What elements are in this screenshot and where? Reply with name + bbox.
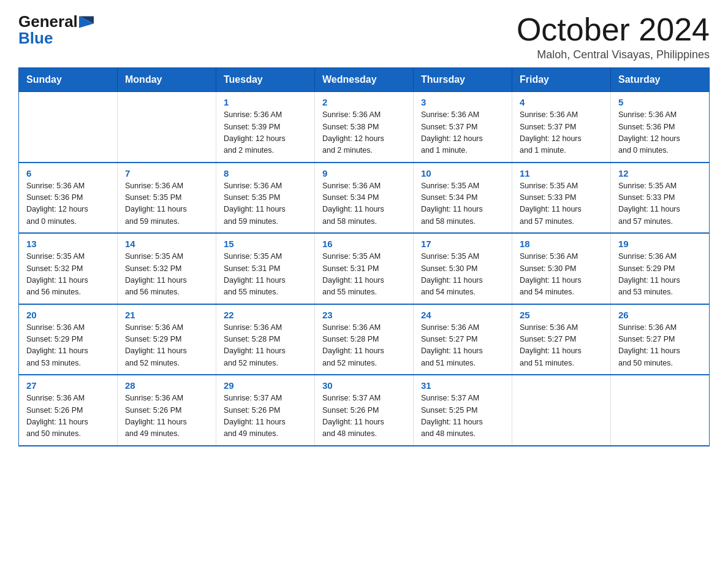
day-number: 20 — [26, 310, 110, 320]
day-number: 26 — [618, 310, 702, 320]
day-info: Sunrise: 5:36 AM Sunset: 5:37 PM Dayligh… — [520, 109, 603, 157]
day-number: 4 — [520, 97, 603, 107]
day-number: 16 — [322, 239, 406, 249]
day-info: Sunrise: 5:36 AM Sunset: 5:28 PM Dayligh… — [322, 322, 406, 370]
calendar-cell — [512, 375, 611, 446]
day-info: Sunrise: 5:36 AM Sunset: 5:28 PM Dayligh… — [224, 322, 307, 370]
calendar-cell: 16Sunrise: 5:35 AM Sunset: 5:31 PM Dayli… — [315, 233, 414, 304]
day-number: 1 — [224, 97, 307, 107]
calendar-cell: 23Sunrise: 5:36 AM Sunset: 5:28 PM Dayli… — [315, 304, 414, 375]
calendar-cell: 13Sunrise: 5:35 AM Sunset: 5:32 PM Dayli… — [19, 233, 118, 304]
calendar-cell: 15Sunrise: 5:35 AM Sunset: 5:31 PM Dayli… — [216, 233, 315, 304]
calendar-cell: 22Sunrise: 5:36 AM Sunset: 5:28 PM Dayli… — [216, 304, 315, 375]
day-info: Sunrise: 5:36 AM Sunset: 5:39 PM Dayligh… — [224, 109, 307, 157]
day-number: 11 — [520, 168, 603, 178]
calendar-cell: 2Sunrise: 5:36 AM Sunset: 5:38 PM Daylig… — [315, 92, 414, 163]
calendar-body: 1Sunrise: 5:36 AM Sunset: 5:39 PM Daylig… — [19, 92, 710, 446]
calendar-cell: 1Sunrise: 5:36 AM Sunset: 5:39 PM Daylig… — [216, 92, 315, 163]
weekday-header-row: SundayMondayTuesdayWednesdayThursdayFrid… — [19, 68, 710, 92]
day-number: 22 — [224, 310, 307, 320]
day-number: 8 — [224, 168, 307, 178]
week-row-1: 1Sunrise: 5:36 AM Sunset: 5:39 PM Daylig… — [19, 92, 710, 163]
calendar-cell: 3Sunrise: 5:36 AM Sunset: 5:37 PM Daylig… — [414, 92, 512, 163]
day-number: 6 — [26, 168, 110, 178]
month-title: October 2024 — [517, 12, 710, 47]
calendar-cell: 8Sunrise: 5:36 AM Sunset: 5:35 PM Daylig… — [216, 163, 315, 234]
calendar-header: SundayMondayTuesdayWednesdayThursdayFrid… — [19, 68, 710, 92]
title-block: October 2024 Maloh, Central Visayas, Phi… — [517, 12, 710, 61]
day-number: 30 — [322, 380, 406, 391]
calendar-table: SundayMondayTuesdayWednesdayThursdayFrid… — [18, 67, 710, 446]
week-row-2: 6Sunrise: 5:36 AM Sunset: 5:36 PM Daylig… — [19, 163, 710, 234]
day-info: Sunrise: 5:35 AM Sunset: 5:31 PM Dayligh… — [322, 251, 406, 299]
day-number: 13 — [26, 239, 110, 249]
day-info: Sunrise: 5:35 AM Sunset: 5:34 PM Dayligh… — [421, 180, 504, 228]
day-number: 28 — [125, 380, 208, 391]
day-info: Sunrise: 5:36 AM Sunset: 5:36 PM Dayligh… — [618, 109, 702, 157]
calendar-cell: 10Sunrise: 5:35 AM Sunset: 5:34 PM Dayli… — [414, 163, 512, 234]
calendar-cell: 24Sunrise: 5:36 AM Sunset: 5:27 PM Dayli… — [414, 304, 512, 375]
calendar-cell: 25Sunrise: 5:36 AM Sunset: 5:27 PM Dayli… — [512, 304, 611, 375]
day-info: Sunrise: 5:36 AM Sunset: 5:27 PM Dayligh… — [421, 322, 504, 370]
weekday-header-sunday: Sunday — [19, 68, 118, 92]
day-info: Sunrise: 5:37 AM Sunset: 5:26 PM Dayligh… — [322, 393, 406, 440]
day-info: Sunrise: 5:35 AM Sunset: 5:33 PM Dayligh… — [520, 180, 603, 228]
calendar-cell: 26Sunrise: 5:36 AM Sunset: 5:27 PM Dayli… — [611, 304, 710, 375]
day-number: 21 — [125, 310, 208, 320]
weekday-header-saturday: Saturday — [611, 68, 710, 92]
day-info: Sunrise: 5:35 AM Sunset: 5:31 PM Dayligh… — [224, 251, 307, 299]
calendar-cell: 12Sunrise: 5:35 AM Sunset: 5:33 PM Dayli… — [611, 163, 710, 234]
day-number: 7 — [125, 168, 208, 178]
calendar-cell: 30Sunrise: 5:37 AM Sunset: 5:26 PM Dayli… — [315, 375, 414, 446]
day-info: Sunrise: 5:36 AM Sunset: 5:29 PM Dayligh… — [618, 251, 702, 299]
day-info: Sunrise: 5:36 AM Sunset: 5:34 PM Dayligh… — [322, 180, 406, 228]
logo-flag-icon — [79, 16, 94, 28]
day-number: 25 — [520, 310, 603, 320]
logo: General Blue — [18, 12, 94, 48]
weekday-header-monday: Monday — [118, 68, 216, 92]
weekday-header-thursday: Thursday — [414, 68, 512, 92]
weekday-header-wednesday: Wednesday — [315, 68, 414, 92]
day-info: Sunrise: 5:36 AM Sunset: 5:30 PM Dayligh… — [520, 251, 603, 299]
day-number: 18 — [520, 239, 603, 249]
calendar-cell: 28Sunrise: 5:36 AM Sunset: 5:26 PM Dayli… — [118, 375, 216, 446]
day-info: Sunrise: 5:35 AM Sunset: 5:30 PM Dayligh… — [421, 251, 504, 299]
calendar-cell: 18Sunrise: 5:36 AM Sunset: 5:30 PM Dayli… — [512, 233, 611, 304]
calendar-cell: 17Sunrise: 5:35 AM Sunset: 5:30 PM Dayli… — [414, 233, 512, 304]
calendar-cell: 5Sunrise: 5:36 AM Sunset: 5:36 PM Daylig… — [611, 92, 710, 163]
day-info: Sunrise: 5:35 AM Sunset: 5:33 PM Dayligh… — [618, 180, 702, 228]
day-info: Sunrise: 5:36 AM Sunset: 5:38 PM Dayligh… — [322, 109, 406, 157]
day-info: Sunrise: 5:36 AM Sunset: 5:29 PM Dayligh… — [125, 322, 208, 370]
calendar-cell: 19Sunrise: 5:36 AM Sunset: 5:29 PM Dayli… — [611, 233, 710, 304]
day-number: 15 — [224, 239, 307, 249]
page-header: General Blue October 2024 Maloh, Central… — [18, 12, 710, 61]
day-number: 29 — [224, 380, 307, 391]
calendar-cell: 31Sunrise: 5:37 AM Sunset: 5:25 PM Dayli… — [414, 375, 512, 446]
day-info: Sunrise: 5:36 AM Sunset: 5:27 PM Dayligh… — [618, 322, 702, 370]
day-number: 14 — [125, 239, 208, 249]
calendar-cell — [611, 375, 710, 446]
calendar-cell: 20Sunrise: 5:36 AM Sunset: 5:29 PM Dayli… — [19, 304, 118, 375]
day-info: Sunrise: 5:35 AM Sunset: 5:32 PM Dayligh… — [26, 251, 110, 299]
week-row-3: 13Sunrise: 5:35 AM Sunset: 5:32 PM Dayli… — [19, 233, 710, 304]
day-info: Sunrise: 5:36 AM Sunset: 5:29 PM Dayligh… — [26, 322, 110, 370]
day-number: 5 — [618, 97, 702, 107]
day-info: Sunrise: 5:35 AM Sunset: 5:32 PM Dayligh… — [125, 251, 208, 299]
calendar-cell: 7Sunrise: 5:36 AM Sunset: 5:35 PM Daylig… — [118, 163, 216, 234]
calendar-cell: 11Sunrise: 5:35 AM Sunset: 5:33 PM Dayli… — [512, 163, 611, 234]
day-info: Sunrise: 5:36 AM Sunset: 5:36 PM Dayligh… — [26, 180, 110, 228]
day-info: Sunrise: 5:37 AM Sunset: 5:25 PM Dayligh… — [421, 393, 504, 440]
week-row-4: 20Sunrise: 5:36 AM Sunset: 5:29 PM Dayli… — [19, 304, 710, 375]
day-number: 17 — [421, 239, 504, 249]
calendar-cell: 4Sunrise: 5:36 AM Sunset: 5:37 PM Daylig… — [512, 92, 611, 163]
day-number: 9 — [322, 168, 406, 178]
day-number: 10 — [421, 168, 504, 178]
logo-blue-text: Blue — [18, 29, 53, 48]
calendar-cell: 9Sunrise: 5:36 AM Sunset: 5:34 PM Daylig… — [315, 163, 414, 234]
day-info: Sunrise: 5:36 AM Sunset: 5:26 PM Dayligh… — [125, 393, 208, 440]
weekday-header-tuesday: Tuesday — [216, 68, 315, 92]
day-number: 12 — [618, 168, 702, 178]
day-info: Sunrise: 5:36 AM Sunset: 5:35 PM Dayligh… — [224, 180, 307, 228]
day-number: 31 — [421, 380, 504, 391]
calendar-cell — [118, 92, 216, 163]
